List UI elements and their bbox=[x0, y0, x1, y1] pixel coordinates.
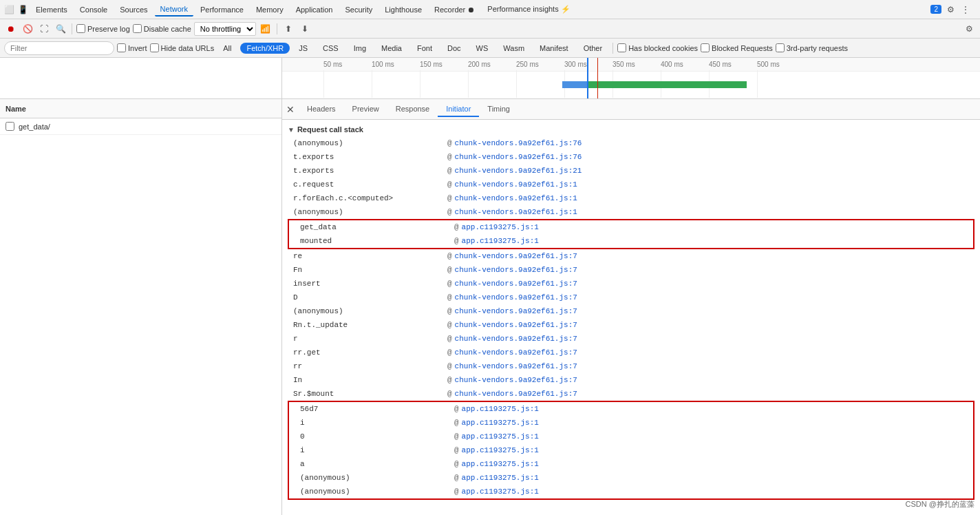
tab-timing[interactable]: Timing bbox=[479, 102, 518, 117]
menu-performance[interactable]: Performance bbox=[195, 3, 249, 16]
fn-rr: rr bbox=[293, 362, 445, 370]
filter-input[interactable] bbox=[4, 41, 114, 55]
tab-headers[interactable]: Headers bbox=[299, 102, 344, 117]
hide-data-urls-checkbox[interactable]: Hide data URLs bbox=[150, 43, 215, 52]
row-checkbox[interactable] bbox=[6, 122, 14, 131]
filter-wasm[interactable]: Wasm bbox=[497, 43, 531, 54]
hide-data-urls-input[interactable] bbox=[150, 43, 159, 52]
link-5[interactable]: chunk-vendors.9a92ef61.js:1 bbox=[455, 208, 577, 216]
filter-js[interactable]: JS bbox=[292, 43, 314, 54]
link-r[interactable]: chunk-vendors.9a92ef61.js:7 bbox=[455, 335, 577, 343]
stack-row-r: r @ chunk-vendors.9a92ef61.js:7 bbox=[282, 332, 980, 346]
filter-font[interactable]: Font bbox=[411, 43, 438, 54]
at-re: @ bbox=[447, 252, 452, 260]
menu-sources[interactable]: Sources bbox=[114, 3, 153, 16]
menu-network[interactable]: Network bbox=[155, 3, 193, 17]
menu-recorder[interactable]: Recorder ⏺ bbox=[429, 3, 480, 16]
link-fn[interactable]: chunk-vendors.9a92ef61.js:7 bbox=[455, 266, 577, 274]
invert-checkbox[interactable]: Invert bbox=[117, 43, 147, 52]
preserve-log-checkbox[interactable]: Preserve log bbox=[76, 24, 130, 33]
stack-row-re: re @ chunk-vendors.9a92ef61.js:7 bbox=[282, 249, 980, 263]
disable-cache-input[interactable] bbox=[133, 24, 142, 33]
stack-row-insert: insert @ chunk-vendors.9a92ef61.js:7 bbox=[282, 277, 980, 291]
blocked-requests-checkbox[interactable]: Blocked Requests bbox=[701, 43, 773, 52]
devtools-mobile-icon[interactable]: 📱 bbox=[17, 3, 29, 16]
link-0num[interactable]: app.c1193275.js:1 bbox=[462, 432, 539, 441]
more-icon[interactable]: ⋮ bbox=[959, 3, 972, 16]
watermark: CSDN @挣扎的蓝藻 bbox=[906, 499, 974, 509]
link-1[interactable]: chunk-vendors.9a92ef61.js:76 bbox=[455, 153, 582, 161]
list-item-get-data[interactable]: get_data/ bbox=[0, 118, 281, 135]
third-party-input[interactable] bbox=[776, 43, 785, 52]
filter-img[interactable]: Img bbox=[348, 43, 372, 54]
has-blocked-input[interactable] bbox=[617, 43, 626, 52]
tab-initiator[interactable]: Initiator bbox=[438, 102, 479, 117]
section-request-call-stack[interactable]: ▼ Request call stack bbox=[282, 123, 980, 136]
stack-row-rn: Rn.t._update @ chunk-vendors.9a92ef61.js… bbox=[282, 318, 980, 332]
link-mounted[interactable]: app.c1193275.js:1 bbox=[462, 237, 539, 245]
filter-icon[interactable]: ⛶ bbox=[37, 22, 51, 36]
throttle-select[interactable]: No throttling bbox=[194, 22, 256, 36]
initiator-content: ▼ Request call stack (anonymous) @ chunk… bbox=[282, 120, 980, 515]
fn-anonymous-0: (anonymous) bbox=[293, 139, 445, 147]
menu-memory[interactable]: Memory bbox=[251, 3, 289, 16]
link-i2[interactable]: app.c1193275.js:1 bbox=[462, 446, 539, 454]
stack-row-4: r.forEach.c.<computed> @ chunk-vendors.9… bbox=[282, 191, 980, 205]
link-56d7[interactable]: app.c1193275.js:1 bbox=[462, 405, 539, 413]
stack-row-sr-mount: Sr.$mount @ chunk-vendors.9a92ef61.js:7 bbox=[282, 387, 980, 401]
menu-console[interactable]: Console bbox=[74, 3, 113, 16]
filter-other[interactable]: Other bbox=[577, 43, 609, 54]
link-insert[interactable]: chunk-vendors.9a92ef61.js:7 bbox=[455, 280, 577, 288]
preserve-log-input[interactable] bbox=[76, 24, 85, 33]
menu-security[interactable]: Security bbox=[339, 3, 378, 16]
link-anon-h2[interactable]: app.c1193275.js:1 bbox=[462, 487, 539, 496]
menu-application[interactable]: Application bbox=[290, 3, 339, 16]
tab-close-button[interactable]: ✕ bbox=[285, 104, 296, 115]
filter-manifest[interactable]: Manifest bbox=[533, 43, 575, 54]
link-a[interactable]: app.c1193275.js:1 bbox=[462, 460, 539, 468]
search-icon[interactable]: 🔍 bbox=[54, 22, 67, 36]
third-party-checkbox[interactable]: 3rd-party requests bbox=[776, 43, 848, 52]
fn-4: r.forEach.c.<computed> bbox=[293, 194, 445, 202]
filter-css[interactable]: CSS bbox=[317, 43, 345, 54]
tick-450ms: 450 ms bbox=[709, 61, 732, 68]
record-button[interactable]: ⏺ bbox=[4, 22, 18, 36]
menu-elements[interactable]: Elements bbox=[30, 3, 73, 16]
filter-all[interactable]: All bbox=[217, 43, 237, 54]
disable-cache-checkbox[interactable]: Disable cache bbox=[133, 24, 191, 33]
link-0[interactable]: chunk-vendors.9a92ef61.js:76 bbox=[455, 139, 582, 147]
filter-ws[interactable]: WS bbox=[470, 43, 495, 54]
export-icon[interactable]: ⬇ bbox=[298, 22, 312, 36]
link-2[interactable]: chunk-vendors.9a92ef61.js:21 bbox=[455, 167, 582, 175]
filter-fetch-xhr[interactable]: Fetch/XHR bbox=[240, 43, 290, 54]
filter-media[interactable]: Media bbox=[375, 43, 408, 54]
link-anon-d[interactable]: chunk-vendors.9a92ef61.js:7 bbox=[455, 307, 577, 315]
link-d[interactable]: chunk-vendors.9a92ef61.js:7 bbox=[455, 293, 577, 302]
wifi-icon[interactable]: 📶 bbox=[259, 22, 273, 36]
link-rn[interactable]: chunk-vendors.9a92ef61.js:7 bbox=[455, 321, 577, 329]
link-re[interactable]: chunk-vendors.9a92ef61.js:7 bbox=[455, 252, 577, 260]
settings-icon[interactable]: ⚙ bbox=[944, 3, 957, 16]
link-rr-get[interactable]: chunk-vendors.9a92ef61.js:7 bbox=[455, 348, 577, 357]
link-4[interactable]: chunk-vendors.9a92ef61.js:1 bbox=[455, 194, 577, 202]
menu-performance-insights[interactable]: Performance insights ⚡ bbox=[482, 3, 575, 16]
clear-button[interactable]: 🚫 bbox=[21, 22, 34, 36]
tab-response[interactable]: Response bbox=[387, 102, 438, 117]
menu-lighthouse[interactable]: Lighthouse bbox=[379, 3, 427, 16]
has-blocked-cookies-checkbox[interactable]: Has blocked cookies bbox=[617, 43, 698, 52]
blocked-requests-input[interactable] bbox=[701, 43, 710, 52]
settings-network-icon[interactable]: ⚙ bbox=[962, 22, 976, 36]
link-rr[interactable]: chunk-vendors.9a92ef61.js:7 bbox=[455, 362, 577, 370]
tab-preview[interactable]: Preview bbox=[344, 102, 387, 117]
filter-doc[interactable]: Doc bbox=[441, 43, 467, 54]
link-3[interactable]: chunk-vendors.9a92ef61.js:1 bbox=[455, 180, 577, 189]
import-icon[interactable]: ⬆ bbox=[281, 22, 295, 36]
link-anon-h1[interactable]: app.c1193275.js:1 bbox=[462, 474, 539, 482]
link-sr-mount[interactable]: chunk-vendors.9a92ef61.js:7 bbox=[455, 390, 577, 398]
fn-0num: 0 bbox=[300, 432, 451, 441]
link-in[interactable]: chunk-vendors.9a92ef61.js:7 bbox=[455, 376, 577, 384]
link-get-data[interactable]: app.c1193275.js:1 bbox=[462, 223, 539, 231]
link-i1[interactable]: app.c1193275.js:1 bbox=[462, 419, 539, 427]
invert-input[interactable] bbox=[117, 43, 126, 52]
devtools-inspect-icon[interactable]: ⬜ bbox=[3, 3, 15, 16]
